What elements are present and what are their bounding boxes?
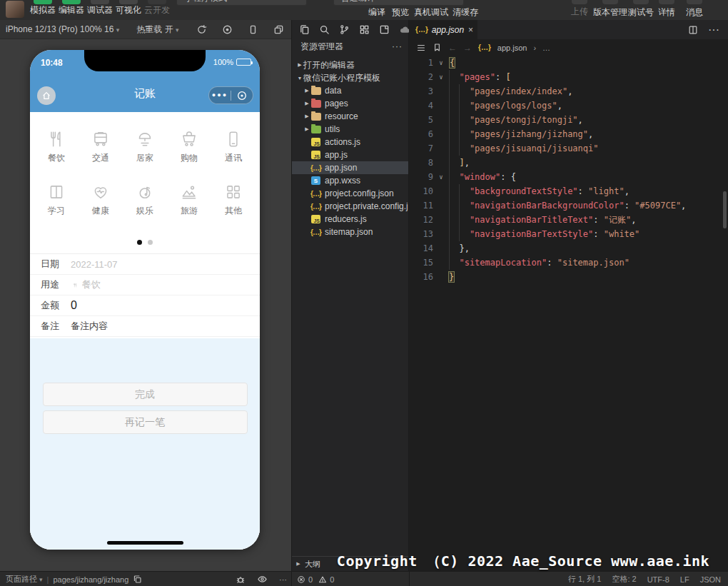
right-button-2[interactable]: 测试号 <box>628 6 654 19</box>
more-dots-icon[interactable]: ●●● <box>209 87 231 103</box>
code-line[interactable]: 6 "pages/jizhang/jizhang", <box>409 127 728 141</box>
cursor-position[interactable]: 行 1, 列 1 <box>568 574 601 585</box>
device-selector[interactable]: iPhone 12/13 (Pro) 100% 16 ▾ <box>6 24 119 34</box>
record-icon[interactable] <box>222 24 233 35</box>
action-button-0[interactable]: 编译 <box>368 6 385 19</box>
git-branch-icon[interactable] <box>339 24 350 35</box>
action-button-3[interactable]: 清缓存 <box>453 6 478 19</box>
capsule-menu[interactable]: ●●● <box>208 86 253 104</box>
back-icon[interactable]: ← <box>448 43 457 53</box>
explorer-more-icon[interactable]: ··· <box>392 41 403 51</box>
warnings-count[interactable]: 0 <box>330 575 334 584</box>
category-home-lamp-icon[interactable]: 居家 <box>123 121 167 173</box>
outline-list-icon[interactable] <box>416 43 426 53</box>
detach-window-icon[interactable] <box>273 24 284 35</box>
code-line[interactable]: 5 "pages/tongji/tongji", <box>409 113 728 127</box>
hot-reload-toggle[interactable]: 热重载 开 ▾ <box>136 24 178 36</box>
language-mode[interactable]: JSON <box>700 575 721 584</box>
box-icon[interactable] <box>379 24 390 35</box>
category-cart-icon[interactable]: 购物 <box>167 121 211 173</box>
code-line[interactable]: 13 "navigationBarTextStyle": "white" <box>409 227 728 241</box>
code-line[interactable]: 2∨ "pages": [ <box>409 70 728 84</box>
bookmark-icon[interactable] <box>433 43 442 52</box>
compile-mode-select[interactable]: 普通编译▾ <box>333 0 464 6</box>
code-line[interactable]: 4 "pages/logs/logs", <box>409 98 728 113</box>
category-book-icon[interactable]: 学习 <box>34 173 79 226</box>
toolbar-button-2[interactable]: 调试器 <box>86 0 114 15</box>
breadcrumb-more[interactable]: … <box>542 44 550 52</box>
code-line[interactable]: 8 ], <box>409 156 728 170</box>
category-fun-icon[interactable]: 娱乐 <box>123 173 167 226</box>
category-grid-icon[interactable]: 其他 <box>211 173 256 226</box>
code-line[interactable]: 12 "navigationBarTitleText": "记账", <box>409 213 728 227</box>
statusbar-more-icon[interactable]: ··· <box>279 575 287 584</box>
tree-item[interactable]: ▶pages <box>292 97 408 110</box>
code-line[interactable]: 7 "pages/jisuanqi/jisuanqi" <box>409 141 728 156</box>
tree-item[interactable]: {…}project.private.config.js... <box>292 200 408 213</box>
tree-item[interactable]: ▶data <box>292 84 408 97</box>
rotate-device-icon[interactable] <box>248 24 258 35</box>
tab-close-icon[interactable]: × <box>468 25 473 35</box>
encoding[interactable]: UTF-8 <box>647 575 669 584</box>
toolbar-button-4[interactable]: 云开发 <box>143 0 171 15</box>
page-path-value[interactable]: pages/jizhang/jizhang <box>53 575 128 584</box>
phone-button-1[interactable]: 再记一笔 <box>43 410 248 434</box>
eol[interactable]: LF <box>680 575 689 584</box>
breadcrumb-file[interactable]: app.json <box>497 44 527 52</box>
toolbar-button-3[interactable]: 可视化 <box>114 0 143 15</box>
category-health-icon[interactable]: 健康 <box>79 173 123 226</box>
copy-path-icon[interactable] <box>133 575 142 584</box>
form-row[interactable]: 金额 0 <box>30 295 260 316</box>
code-line[interactable]: 3 "pages/index/index", <box>409 84 728 98</box>
split-editor-icon[interactable] <box>688 25 698 35</box>
toolbar-button-1[interactable]: 编辑器 <box>57 0 86 15</box>
tree-item[interactable]: JSreducers.js <box>292 213 408 226</box>
eye-icon[interactable] <box>257 574 268 585</box>
refresh-icon[interactable] <box>196 24 207 35</box>
tree-item[interactable]: Sapp.wxss <box>292 174 408 187</box>
editor-more-icon[interactable]: ··· <box>708 24 719 36</box>
form-row[interactable]: 备注 备注内容 <box>30 316 260 337</box>
bug-icon[interactable] <box>236 575 246 585</box>
tab-app-json[interactable]: {…} app.json × <box>409 20 477 39</box>
action-button-1[interactable]: 预览 <box>392 6 409 19</box>
code-line[interactable]: 1∨{ <box>409 56 728 70</box>
tree-item[interactable]: ▼微信记账小程序模板 <box>292 71 408 84</box>
tree-item[interactable]: ▶utils <box>292 123 408 136</box>
errors-count[interactable]: 0 <box>308 575 313 584</box>
indent-setting[interactable]: 空格: 2 <box>612 574 636 585</box>
form-row[interactable]: 用途 餐饮 <box>30 275 260 295</box>
action-button-2[interactable]: 真机调试 <box>414 6 448 19</box>
code-line[interactable]: 10 "backgroundTextStyle": "light", <box>409 184 728 198</box>
code-line[interactable]: 11 "navigationBarBackgroundColor": "#509… <box>409 198 728 213</box>
search-icon[interactable] <box>319 24 330 35</box>
tree-item[interactable]: {…}sitemap.json <box>292 226 408 238</box>
files-icon[interactable] <box>299 24 310 35</box>
tree-item[interactable]: JSapp.js <box>292 148 408 161</box>
code-line[interactable]: 15 "sitemapLocation": "sitemap.json" <box>409 256 728 270</box>
right-button-3[interactable]: 详情 <box>658 6 675 19</box>
right-button-1[interactable]: 版本管理 <box>593 6 627 19</box>
editor-scrollbar[interactable] <box>723 191 727 228</box>
blocks-icon[interactable] <box>359 24 370 35</box>
form-row[interactable]: 日期 2022-11-07 <box>30 254 260 275</box>
forward-icon[interactable]: → <box>463 43 472 53</box>
category-travel-icon[interactable]: 旅游 <box>167 173 211 226</box>
tree-item[interactable]: {…}app.json <box>292 161 408 174</box>
mini-home-button[interactable] <box>37 86 56 105</box>
code-line[interactable]: 16} <box>409 270 728 284</box>
code-area[interactable]: 1∨{ 2∨ "pages": [ 3 "pages/index/index",… <box>409 56 728 284</box>
tree-item[interactable]: JSactions.js <box>292 136 408 148</box>
tree-item[interactable]: ▶打开的编辑器 <box>292 59 408 71</box>
right-button-0[interactable]: 上传 <box>571 6 588 16</box>
mode-select[interactable]: 小程序模式▾ <box>176 0 307 6</box>
right-button-4[interactable]: 消息 <box>686 6 703 19</box>
close-target-icon[interactable] <box>231 90 253 101</box>
user-avatar[interactable] <box>6 1 24 18</box>
tree-item[interactable]: {…}project.config.json <box>292 187 408 200</box>
category-mobile-icon[interactable]: 通讯 <box>211 121 256 173</box>
code-line[interactable]: 14 }, <box>409 241 728 256</box>
phone-button-0[interactable]: 完成 <box>43 383 248 406</box>
category-bus-icon[interactable]: 交通 <box>79 121 123 173</box>
category-food-icon[interactable]: 餐饮 <box>34 121 79 173</box>
